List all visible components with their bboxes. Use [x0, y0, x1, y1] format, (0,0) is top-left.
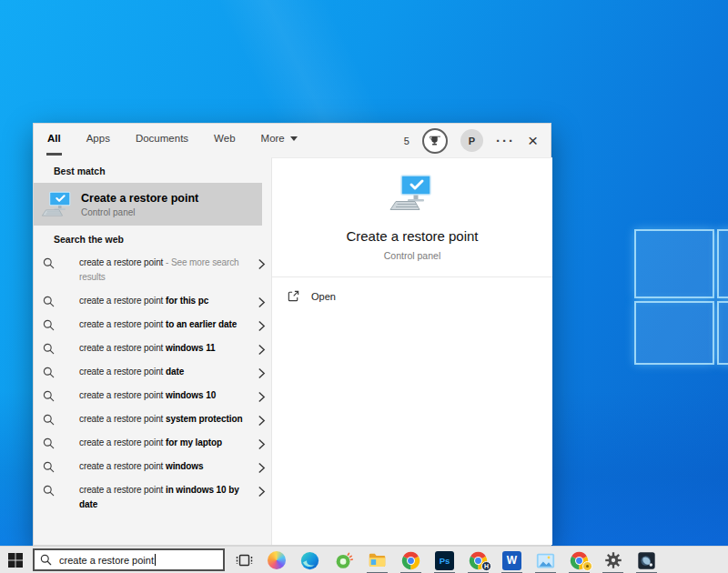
start-button[interactable]: [0, 547, 31, 573]
copilot-icon: [268, 551, 286, 569]
suggestion-row[interactable]: create a restore point system protection: [34, 407, 271, 431]
suggestion-text: create a restore point in windows 10 by …: [79, 483, 247, 512]
desktop-wallpaper: All Apps Documents Web More 5 P ··· × Be…: [0, 0, 728, 573]
search-icon: [43, 390, 55, 402]
suggestion-text: create a restore point for my laptop: [79, 436, 247, 450]
suggestion-row[interactable]: create a restore point to an earlier dat…: [34, 313, 271, 337]
taskbar-icon-copilot[interactable]: [259, 547, 293, 573]
preview-subtitle: Control panel: [272, 250, 552, 261]
profile-badge-h: H: [481, 561, 491, 571]
gear-icon: [604, 551, 622, 569]
word-icon: W: [502, 551, 521, 570]
user-avatar[interactable]: P: [460, 129, 483, 152]
tab-documents[interactable]: Documents: [135, 124, 189, 156]
search-icon: [43, 343, 55, 355]
driver-updater-icon: [334, 551, 353, 570]
taskbar: create a restore point: [0, 546, 728, 573]
monitor-check-icon: [41, 189, 74, 220]
suggestion-row[interactable]: create a restore point for this pc: [34, 289, 271, 313]
taskbar-icon-game[interactable]: [630, 547, 663, 573]
tab-all[interactable]: All: [46, 124, 62, 156]
suggestion-row[interactable]: create a restore point windows 11: [34, 337, 271, 360]
taskbar-search-input[interactable]: create a restore point: [33, 548, 225, 571]
tab-web[interactable]: Web: [213, 124, 236, 156]
taskbar-icon-file-explorer[interactable]: [360, 547, 394, 573]
windows-start-icon: [8, 553, 23, 568]
chevron-right-icon: [258, 462, 266, 474]
logo-pane: [717, 301, 728, 365]
game-icon: [637, 551, 656, 570]
taskbar-icon-word[interactable]: W: [495, 547, 529, 573]
open-icon: [287, 289, 300, 303]
suggestion-text: create a restore point windows: [79, 459, 247, 474]
photos-icon: [536, 551, 555, 570]
suggestion-row[interactable]: create a restore point date: [34, 360, 271, 384]
chevron-right-icon: [258, 367, 266, 379]
best-match-title: Create a restore point: [81, 192, 198, 205]
search-icon: [43, 461, 55, 473]
task-view-icon: [236, 553, 253, 568]
suggestion-text: create a restore point windows 11: [79, 341, 247, 356]
photoshop-icon: Ps: [435, 551, 454, 570]
file-explorer-icon: [368, 550, 388, 570]
trophy-icon: [429, 135, 440, 146]
task-view-button[interactable]: [229, 547, 258, 573]
taskbar-icon-driver-updater[interactable]: [327, 547, 360, 573]
taskbar-icon-edge[interactable]: [293, 547, 327, 573]
rewards-trophy-button[interactable]: [422, 128, 448, 154]
results-panel: Best match Create a restore point Contro…: [34, 157, 271, 545]
open-action[interactable]: Open: [272, 277, 552, 315]
search-web-section-label: Search the web: [34, 226, 271, 251]
taskbar-icon-settings[interactable]: [596, 547, 630, 573]
suggestion-text: create a restore point windows 10: [79, 388, 247, 403]
close-icon[interactable]: ×: [528, 134, 538, 148]
suggestion-row[interactable]: create a restore point windows: [34, 455, 271, 478]
chevron-right-icon: [258, 415, 266, 427]
chevron-right-icon: [258, 258, 266, 270]
search-icon: [43, 437, 55, 449]
taskbar-icon-chrome-profile-h[interactable]: H: [461, 547, 495, 573]
chevron-right-icon: [258, 486, 266, 498]
search-icon: [40, 554, 52, 566]
logo-pane: [634, 301, 714, 365]
best-match-text: Create a restore point Control panel: [81, 192, 198, 217]
tab-more-label: More: [261, 133, 285, 144]
taskbar-icon-chrome[interactable]: [394, 547, 428, 573]
search-icon: [43, 485, 55, 497]
suggestion-row[interactable]: create a restore point for my laptop: [34, 431, 271, 455]
suggestion-row[interactable]: create a restore point - See more search…: [34, 251, 271, 289]
taskbar-icon-photos[interactable]: [529, 547, 562, 573]
search-icon: [43, 296, 55, 307]
taskbar-icon-chrome-profile-gold[interactable]: [562, 547, 596, 573]
chevron-right-icon: [258, 297, 266, 308]
header-right-cluster: 5 P ··· ×: [404, 124, 538, 157]
search-flyout-window: All Apps Documents Web More 5 P ··· × Be…: [33, 123, 551, 546]
search-icon: [43, 367, 55, 378]
search-icon: [43, 319, 55, 331]
tab-apps[interactable]: Apps: [86, 124, 111, 156]
taskbar-icon-photoshop[interactable]: Ps: [428, 547, 461, 573]
taskbar-app-icons: Ps H W: [259, 547, 663, 573]
suggestion-text: create a restore point for this pc: [79, 294, 247, 308]
suggestion-row[interactable]: create a restore point in windows 10 by …: [34, 478, 271, 517]
logo-pane: [717, 229, 728, 298]
search-icon: [43, 414, 55, 426]
best-match-result[interactable]: Create a restore point Control panel: [34, 183, 262, 226]
chevron-down-icon: [290, 136, 298, 141]
chevron-right-icon: [258, 344, 266, 356]
chevron-right-icon: [258, 391, 266, 403]
suggestion-row[interactable]: create a restore point windows 10: [34, 384, 271, 407]
chevron-right-icon: [258, 320, 266, 332]
suggestion-text: create a restore point - See more search…: [79, 256, 247, 285]
search-icon: [43, 257, 55, 269]
best-match-subtitle: Control panel: [81, 207, 198, 217]
preview-panel: Create a restore point Control panel Ope…: [271, 157, 552, 545]
more-options-button[interactable]: ···: [496, 136, 515, 146]
tab-more[interactable]: More: [260, 124, 298, 156]
suggestion-text: create a restore point system protection: [79, 412, 247, 427]
logo-pane: [634, 229, 714, 298]
best-match-section-label: Best match: [34, 157, 271, 183]
suggestion-text: create a restore point date: [79, 365, 247, 379]
text-caret: [155, 554, 156, 566]
preview-title: Create a restore point: [272, 228, 552, 244]
